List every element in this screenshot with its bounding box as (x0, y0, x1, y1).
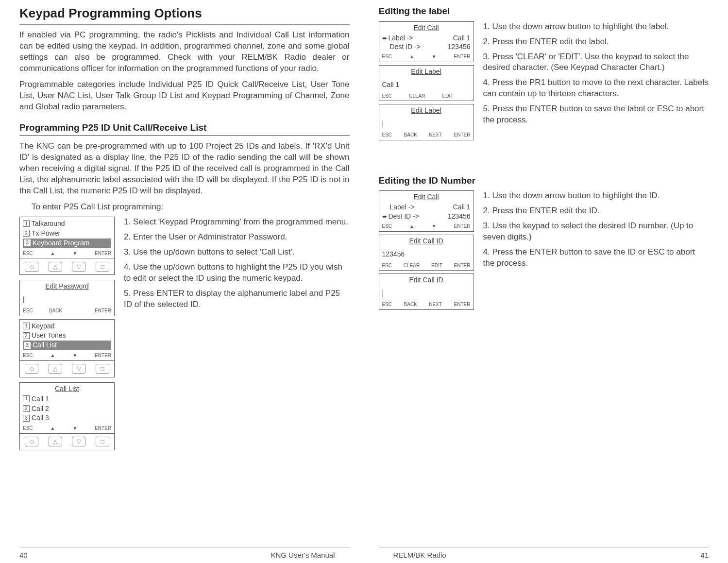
menu-index-2: 2 (23, 332, 30, 339)
screen-edit-label-1: Edit Label Call 1 ESC CLEAR EDIT (379, 65, 474, 102)
screen-call-list: Call List 1Call 1 2Call 2 3Call 3 ESC ▲ … (19, 382, 115, 434)
menu-index-1: 1 (23, 220, 30, 227)
softkey: ESC (382, 93, 392, 100)
page-number: 41 (700, 550, 709, 560)
softkey-row: ESC ▲ ▼ ENTER (20, 249, 114, 258)
softkey: ESC (382, 223, 392, 230)
screen-menu-1: 1Talkaround 2Tx Power 3Keyboard Program … (19, 217, 115, 258)
softkey-row: ESC ▲ ▼ ENTER (20, 351, 114, 360)
step: 2. Enter the User or Administrator Passw… (124, 232, 350, 243)
step: 3. Use the keypad to select the desired … (483, 221, 709, 243)
step: 3. Press 'CLEAR' or 'EDIT'. Use the keyp… (483, 51, 709, 74)
softkey-row: ESC ▲ ▼ ENTER (379, 52, 474, 62)
softkey: ESC (382, 301, 392, 308)
nav-square-icon: □ (96, 262, 109, 272)
menu-item-selected: Call List (33, 341, 57, 350)
step: 2. Press the ENTER edit the label. (483, 36, 709, 48)
left-diagrams: 1Talkaround 2Tx Power 3Keyboard Program … (19, 217, 119, 455)
list-item: Call 2 (32, 404, 49, 413)
section-heading-label: Editing the label (379, 5, 709, 17)
screen-title: Edit Label (382, 67, 471, 76)
softkey: ESC (382, 262, 392, 269)
menu-item-selected: Keyboard Program (33, 239, 90, 248)
nav-diamond-icon: ◇ (25, 262, 38, 272)
left-content-row: 1Talkaround 2Tx Power 3Keyboard Program … (19, 217, 350, 455)
screen-edit-callid-1: Edit Call ID 123456 ESC CLEAR EDIT ENTER (379, 235, 474, 271)
menu-index-2: 2 (23, 405, 30, 412)
softkey: ESC (382, 132, 392, 138)
field-value: 123456 (448, 42, 471, 51)
footer-left: RELM/BK Radio (393, 550, 446, 560)
nav-diamond-icon: ◇ (25, 364, 38, 374)
softkey: NEXT (429, 301, 442, 308)
softkey: ESC (23, 250, 33, 257)
list-item: Call 3 (32, 413, 49, 423)
step: 4. Press the ENTER button to save the ID… (483, 247, 709, 269)
softkey-row: ESC BACK NEXT ENTER (379, 300, 474, 309)
nav-square-icon: □ (96, 437, 109, 446)
screen-title: Call List (23, 384, 111, 393)
menu-index-3: 3 (23, 415, 30, 422)
softkey: ▼ (432, 53, 437, 60)
field-label: Dest ID -> (382, 42, 421, 51)
page-number: 40 (19, 550, 28, 560)
menu-index-2: 2 (23, 230, 30, 237)
softkey: BACK (404, 301, 417, 308)
softkey: ENTER (95, 352, 111, 359)
intro-paragraph-2: Programmable categories include Individu… (19, 79, 350, 113)
nav-diamond-icon: ◇ (25, 437, 38, 446)
softkey: NEXT (429, 132, 442, 138)
softkey: ▲ (50, 250, 55, 257)
sec2-steps: 1. Use the down arrow button to highligh… (478, 190, 709, 312)
field-value: Call 1 (453, 203, 471, 212)
softkey: ▼ (72, 425, 77, 432)
softkey: CLEAR (409, 93, 425, 100)
softkey: ENTER (454, 53, 471, 60)
softkey: ENTER (454, 223, 471, 230)
footer-center: KNG User's Manual (271, 550, 335, 560)
menu-index-1: 1 (23, 395, 30, 402)
screen-body-text: | (23, 295, 111, 304)
menu-index-3: 3 (24, 239, 31, 246)
menu-item: Tx Power (32, 229, 60, 238)
softkey-row: ESC BACK NEXT ENTER (379, 131, 474, 140)
menu-item: Talkaround (32, 219, 65, 228)
field-label: Label -> (389, 34, 413, 42)
softkey: ESC (23, 307, 33, 314)
screen-edit-callid-2: Edit Call ID | ESC BACK NEXT ENTER (379, 273, 474, 310)
right-footer: RELM/BK Radio 41 (379, 547, 709, 560)
arrow-icon: ➨ (382, 213, 388, 220)
sec1-row: Edit Call ➨Label ->Call 1 Dest ID ->1234… (379, 21, 709, 143)
step: 4. Use the up/down buttons to highlight … (124, 262, 350, 284)
step: 3. Use the up/down buttons to select 'Ca… (124, 247, 350, 258)
softkey: ▼ (72, 352, 77, 359)
softkey: ENTER (95, 425, 111, 432)
softkey: ▲ (409, 223, 414, 230)
main-heading: Keypad Programming Options (19, 5, 350, 25)
softkey-row: ESC ▲ ▼ ENTER (20, 424, 114, 433)
softkey: ▲ (50, 425, 55, 432)
step: 4. Press the PR1 button to move to the n… (483, 77, 709, 100)
softkey-row: ESC CLEAR EDIT (379, 92, 474, 101)
step: 1. Select 'Keypad Programming' from the … (124, 217, 350, 228)
arrow-icon: ➨ (382, 34, 388, 42)
section-subintro: To enter P25 Call List programming: (19, 202, 350, 213)
softkey: ▲ (409, 53, 414, 60)
softkey: ENTER (95, 307, 111, 314)
sec2-diagrams: Edit Call Label ->Call 1 ➨Dest ID ->1234… (379, 190, 478, 312)
left-page: Keypad Programming Options If enabled vi… (19, 5, 364, 563)
nav-up-icon: △ (49, 437, 62, 446)
step: 1. Use the down arrow button to highligh… (483, 190, 709, 202)
softkey: EDIT (442, 93, 454, 100)
softkey: ENTER (95, 250, 111, 257)
step: 2. Press the ENTER edit the ID. (483, 205, 709, 217)
menu-item: Keypad (32, 322, 54, 331)
right-page: Editing the label Edit Call ➨Label ->Cal… (364, 5, 709, 563)
intro-paragraph-1: If enabled via PC programming, the radio… (19, 30, 350, 74)
nav-up-icon: △ (49, 364, 62, 374)
left-steps: 1. Select 'Keypad Programming' from the … (119, 217, 350, 455)
sec2-row: Edit Call Label ->Call 1 ➨Dest ID ->1234… (379, 190, 709, 312)
step: 5. Press ENTER to display the alphanumer… (124, 288, 350, 310)
softkey: ENTER (454, 262, 471, 269)
screen-body-text: 123456 (382, 250, 471, 259)
